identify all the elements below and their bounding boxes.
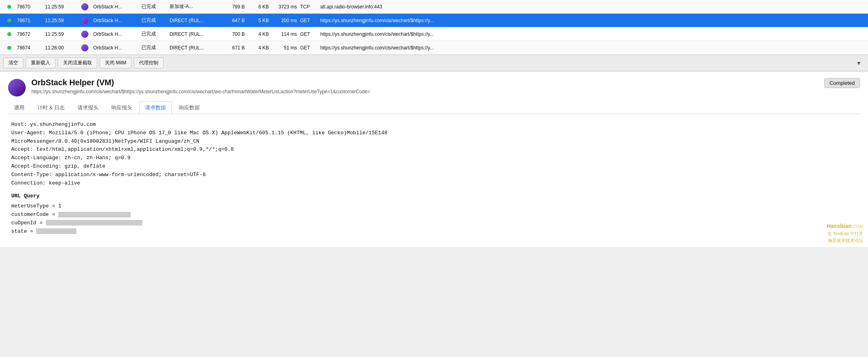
app-icon	[80, 17, 92, 24]
row-size1: 700 B	[220, 31, 246, 37]
param-value-blurred	[58, 212, 131, 217]
row-method: GET	[299, 18, 319, 23]
row-size2: 4 KB	[246, 45, 270, 51]
param-value-blurred	[46, 220, 142, 226]
url-query-title: URL Query	[11, 192, 857, 201]
status-dot-icon	[3, 18, 15, 23]
status-dot-icon	[3, 46, 15, 50]
row-status: 已完成	[140, 31, 168, 37]
detail-app-name: OrbStack Helper (VM)	[31, 78, 819, 87]
table-row[interactable]: 78671 11:25:59 OrbStack H... 已完成 DIRECT …	[0, 14, 868, 27]
tab-timing[interactable]: 计时 & 日志	[31, 101, 71, 114]
row-app: OrbStack H...	[92, 31, 140, 37]
row-proxy: 新加坡-A...	[168, 3, 220, 10]
row-proxy: DIRECT (RUL...	[168, 45, 220, 51]
row-status: 已完成	[140, 44, 168, 51]
tab-response-data[interactable]: 响应数据	[173, 101, 206, 114]
table-row[interactable]: 78674 11:26:00 OrbStack H... 已完成 DIRECT …	[0, 41, 868, 55]
request-data-content: Host: ys.shunzhengjinfu.com User-Agent: …	[8, 114, 860, 242]
watermark-suffix: .COM	[852, 224, 863, 229]
detail-header: OrbStack Helper (VM) https://ys.shunzhen…	[8, 78, 860, 96]
param-cu-open-id: cuOpenId =	[11, 219, 857, 228]
row-url: https://ys.shunzhengjinfu.com/cis/wechar…	[319, 45, 865, 51]
row-url: https://ys.shunzhengjinfu.com/cis/wechar…	[319, 31, 865, 37]
param-key: state =	[11, 228, 36, 234]
status-badge: Completed	[824, 78, 860, 88]
close-mitm-button[interactable]: 关闭 MitM	[100, 57, 131, 68]
row-url: https://ys.shunzhengjinfu.com/cis/wechar…	[319, 18, 865, 23]
row-duration: 200 ms	[270, 18, 299, 23]
reload-button[interactable]: 重新载入	[26, 57, 55, 68]
row-method: GET	[299, 31, 319, 37]
row-size2: 6 KB	[246, 4, 270, 10]
app-icon	[80, 3, 92, 10]
param-value-blurred	[36, 228, 76, 234]
table-row[interactable]: 78672 11:25:59 OrbStack H... 已完成 DIRECT …	[0, 27, 868, 41]
row-method: TCP	[299, 4, 319, 10]
row-time: 11:26:00	[43, 45, 80, 51]
row-app: OrbStack H...	[92, 45, 140, 51]
param-key: meterUseType =	[11, 203, 58, 209]
param-meter-use-type: meterUseType = 1	[11, 202, 857, 211]
watermark-line2: 在 TextEdit 中打开	[827, 231, 863, 236]
param-key: customerCode =	[11, 211, 58, 217]
row-app: OrbStack H...	[92, 18, 140, 23]
row-url: atl.api.radio-browser.info:443	[319, 4, 865, 10]
watermark-line3: 瀚思彼岸技术论坛	[828, 238, 863, 243]
close-capture-button[interactable]: 关闭流量截取	[58, 57, 97, 68]
row-id: 78672	[15, 31, 43, 37]
proxy-control-button[interactable]: 代理控制	[134, 57, 164, 68]
row-duration: 3723 ms	[270, 4, 299, 10]
toolbar: 清空 重新载入 关闭流量截取 关闭 MitM 代理控制 ▼	[0, 55, 868, 71]
chevron-down-icon[interactable]: ▼	[853, 58, 865, 68]
detail-panel: OrbStack Helper (VM) https://ys.shunzhen…	[0, 71, 868, 247]
row-proxy: DIRECT (RUL...	[168, 31, 220, 37]
row-id: 78671	[15, 18, 43, 23]
param-value: 1	[58, 203, 61, 209]
row-status: 已完成	[140, 17, 168, 24]
detail-url: https://ys.shunzhengjinfu.com/cis/wechar…	[31, 89, 819, 94]
row-status: 已完成	[140, 3, 168, 10]
row-duration: 114 ms	[270, 31, 299, 37]
app-icon	[80, 31, 92, 38]
param-customer-code: customerCode =	[11, 211, 857, 219]
tab-request-data[interactable]: 请求数据	[139, 101, 172, 114]
detail-title-area: OrbStack Helper (VM) https://ys.shunzhen…	[31, 78, 819, 94]
row-id: 78674	[15, 45, 43, 51]
row-time: 11:25:59	[43, 18, 80, 23]
param-state: state =	[11, 228, 857, 236]
status-dot-icon	[3, 5, 15, 9]
clear-button[interactable]: 清空	[3, 57, 23, 68]
traffic-table: 78670 11:25:59 OrbStack H... 已完成 新加坡-A..…	[0, 0, 868, 55]
row-duration: 51 ms	[270, 45, 299, 51]
row-size2: 5 KB	[246, 18, 270, 23]
param-key: cuOpenId =	[11, 220, 46, 226]
watermark-brand: Hassbian	[827, 223, 852, 229]
detail-tabs: 通用 计时 & 日志 请求报头 响应报头 请求数据 响应数据	[8, 101, 860, 114]
row-app: OrbStack H...	[92, 4, 140, 10]
detail-app-icon	[8, 79, 26, 96]
tab-response-headers[interactable]: 响应报头	[105, 101, 138, 114]
row-size1: 647 B	[220, 18, 246, 23]
app-icon	[80, 44, 92, 51]
status-dot-icon	[3, 32, 15, 36]
row-size2: 4 KB	[246, 31, 270, 37]
row-id: 78670	[15, 4, 43, 10]
row-size1: 799 B	[220, 4, 246, 10]
row-time: 11:25:59	[43, 31, 80, 37]
row-size1: 671 B	[220, 45, 246, 51]
table-row[interactable]: 78670 11:25:59 OrbStack H... 已完成 新加坡-A..…	[0, 0, 868, 14]
row-method: GET	[299, 45, 319, 51]
row-time: 11:25:59	[43, 4, 80, 10]
tab-request-headers[interactable]: 请求报头	[72, 101, 104, 114]
tab-general[interactable]: 通用	[8, 101, 31, 114]
watermark: Hassbian.COM 在 TextEdit 中打开 瀚思彼岸技术论坛	[827, 222, 863, 244]
headers-text: Host: ys.shunzhengjinfu.com User-Agent: …	[11, 121, 857, 187]
row-proxy: DIRECT (RUL...	[168, 18, 220, 23]
